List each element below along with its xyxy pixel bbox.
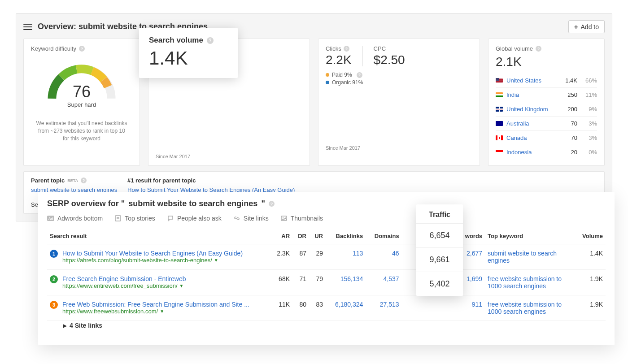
table-row: 3 Free Web Submission: Free Search Engin…	[47, 295, 606, 321]
keyword-difficulty-card: Keyword difficulty? 76 Super hard We est…	[23, 39, 140, 166]
flag-icon	[496, 78, 503, 83]
link-icon	[233, 215, 240, 221]
help-icon[interactable]: ?	[357, 72, 362, 78]
chevron-right-icon: ▶	[63, 323, 67, 328]
add-to-button[interactable]: + Add to	[568, 20, 605, 33]
table-row: 1 How to Submit Your Website to Search E…	[47, 244, 606, 270]
country-row[interactable]: India25011%	[496, 88, 597, 102]
traffic-popover: Traffic 6,654 9,661 5,402	[416, 204, 463, 296]
svg-rect-2	[115, 216, 121, 221]
chevron-down-icon[interactable]: ▼	[179, 283, 184, 288]
feature-sitelinks[interactable]: Site links	[233, 215, 269, 222]
serp-title: SERP overview for "submit website to sea…	[47, 199, 606, 208]
chevron-down-icon[interactable]: ▼	[160, 309, 164, 314]
help-icon[interactable]: ?	[344, 46, 349, 52]
result-title[interactable]: How to Submit Your Website to Search Eng…	[62, 250, 243, 257]
global-volume-value: 2.1K	[496, 55, 597, 69]
result-title[interactable]: Free Web Submission: Free Search Engine …	[62, 301, 249, 308]
top-keyword-link[interactable]: submit website to search engines	[488, 250, 557, 264]
country-row[interactable]: United Kingdom2009%	[496, 102, 597, 117]
table-row: 2 Free Search Engine Submission - Entire…	[47, 270, 606, 295]
country-row[interactable]: Indonesia200%	[496, 145, 597, 159]
feature-adwords[interactable]: AdAdwords bottom	[47, 215, 103, 222]
menu-icon[interactable]	[23, 24, 32, 30]
chevron-down-icon[interactable]: ▼	[214, 258, 218, 263]
domains-link[interactable]: 4,537	[366, 270, 401, 295]
words-link[interactable]: 911	[402, 295, 485, 321]
flag-icon	[496, 135, 503, 140]
search-volume-value: 1.4K	[149, 48, 228, 69]
plus-icon: +	[574, 23, 578, 30]
help-icon[interactable]: ?	[81, 178, 87, 183]
flag-icon	[496, 107, 503, 112]
serp-overview-panel: SERP overview for "submit website to sea…	[38, 192, 615, 345]
help-icon[interactable]: ?	[79, 46, 85, 52]
traffic-value: 5,402	[416, 272, 463, 296]
traffic-value: 9,661	[416, 247, 463, 272]
rank-badge: 2	[50, 275, 58, 283]
chart-caption: Since Mar 2017	[156, 154, 302, 159]
chart-caption: Since Mar 2017	[326, 145, 472, 151]
overview-panel: Overview: submit website to search engin…	[16, 13, 612, 221]
flag-icon	[496, 150, 503, 155]
traffic-header: Traffic	[416, 204, 463, 223]
top-keyword-link[interactable]: free website submission to 1000 search e…	[488, 275, 562, 290]
country-row[interactable]: United States1.4K66%	[496, 74, 597, 88]
search-volume-chart	[156, 101, 302, 150]
flag-icon	[496, 121, 503, 126]
result-title[interactable]: Free Search Engine Submission - Entirewe…	[62, 275, 186, 282]
serp-table: Search result AR DR UR Backlinks Domains…	[47, 228, 606, 334]
help-icon[interactable]: ?	[269, 201, 275, 207]
rank-badge: 3	[50, 301, 58, 309]
feature-paa[interactable]: People also ask	[167, 215, 222, 222]
result-url[interactable]: https://www.freewebsubmission.com/ ▼	[62, 308, 249, 315]
cpc-value: $2.50	[374, 53, 405, 67]
result-url[interactable]: https://ahrefs.com/blog/submit-website-t…	[62, 257, 243, 264]
ad-icon: Ad	[47, 215, 54, 221]
feature-topstories[interactable]: Top stories	[114, 215, 155, 222]
global-volume-card: Global volume? 2.1K United States1.4K66%…	[488, 39, 605, 166]
domains-link[interactable]: 27,513	[366, 295, 401, 321]
difficulty-rating: Super hard	[67, 101, 96, 108]
help-icon[interactable]: ?	[536, 46, 541, 52]
flag-icon	[496, 92, 503, 97]
backlinks-link[interactable]: 156,134	[326, 270, 366, 295]
clicks-chart	[326, 92, 472, 142]
svg-text:Ad: Ad	[48, 217, 53, 221]
top-keyword-link[interactable]: free website submission to 1000 search e…	[488, 301, 562, 315]
sitelinks-toggle[interactable]: ▶4 Site links	[47, 321, 606, 335]
clicks-value: 2.2K	[326, 53, 352, 67]
backlinks-link[interactable]: 113	[326, 244, 366, 270]
difficulty-desc: We estimate that you'll need backlinks f…	[31, 120, 132, 142]
search-volume-popover: Search volume? 1.4K	[139, 28, 238, 78]
backlinks-link[interactable]: 6,180,324	[326, 295, 366, 321]
result-url[interactable]: https://www.entireweb.com/free_submissio…	[62, 282, 186, 289]
help-icon[interactable]: ?	[207, 37, 214, 44]
news-icon	[114, 215, 122, 221]
svg-point-6	[283, 217, 283, 218]
country-row[interactable]: Canada703%	[496, 131, 597, 145]
image-icon	[280, 215, 288, 221]
domains-link[interactable]: 46	[366, 244, 401, 270]
chat-icon	[167, 215, 174, 221]
difficulty-score: 76	[73, 82, 91, 101]
clicks-card: Clicks? 2.2K CPC $2.50 Paid 9%? Organic …	[318, 39, 480, 166]
country-row[interactable]: Australia703%	[496, 117, 597, 131]
rank-badge: 1	[50, 250, 58, 258]
traffic-value: 6,654	[416, 223, 463, 247]
feature-thumbnails[interactable]: Thumbnails	[280, 215, 323, 222]
